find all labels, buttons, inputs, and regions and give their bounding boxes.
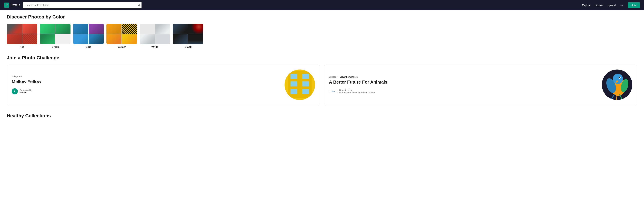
navbar-logo[interactable]: P Pexels <box>4 2 20 8</box>
license-link[interactable]: License <box>595 4 604 6</box>
white-cell-1 <box>140 24 155 34</box>
healthy-collections-title: Healthy Collections <box>7 113 637 118</box>
color-mosaic-blue <box>73 24 104 44</box>
upload-link[interactable]: Upload <box>608 4 616 6</box>
black-cell-3 <box>173 34 188 44</box>
photo-challenge-section: Join a Photo Challenge 7 days left Mello… <box>7 55 637 105</box>
yellow-cell-4 <box>122 34 137 44</box>
yellow-cell-3 <box>106 34 122 44</box>
challenge-section-title: Join a Photo Challenge <box>7 55 637 60</box>
svg-rect-5 <box>302 74 309 79</box>
building-illustration <box>284 70 315 100</box>
color-mosaic-red <box>7 24 37 44</box>
challenge-meta-better-future: Expired — View the winners <box>329 76 598 78</box>
color-item-white[interactable]: White <box>140 24 170 48</box>
navbar-links: Explore License Upload ··· Join <box>582 2 640 8</box>
svg-rect-8 <box>290 89 297 94</box>
svg-line-1 <box>139 6 140 6</box>
search-icon <box>138 4 140 6</box>
green-cell-2 <box>56 24 70 34</box>
challenge-organizer-mellow-yellow: P Organized by Pexels <box>12 88 280 94</box>
challenge-organizer-ifaw: ifaw Organized by International Fund for… <box>329 89 598 94</box>
color-mosaic-green <box>40 24 70 44</box>
color-mosaic-white <box>140 24 170 44</box>
blue-cell-2 <box>89 24 104 34</box>
more-button[interactable]: ··· <box>620 3 624 7</box>
black-cell-2 <box>188 24 203 34</box>
organizer-text-pexels: Organized by Pexels <box>20 89 32 94</box>
white-cell-2 <box>155 24 170 34</box>
color-mosaic-yellow <box>106 24 137 44</box>
search-button[interactable] <box>138 4 140 7</box>
organizer-logo-pexels: P <box>12 88 18 94</box>
brand-name: Pexels <box>10 4 20 7</box>
red-cell-3 <box>7 34 22 44</box>
svg-point-14 <box>613 74 623 84</box>
color-grid: Red Green Blue <box>7 24 637 48</box>
challenge-info-mellow-yellow: 7 days left Mellow Yellow P Organized by… <box>12 75 280 94</box>
challenge-card-mellow-yellow[interactable]: 7 days left Mellow Yellow P Organized by… <box>7 64 320 105</box>
color-item-green[interactable]: Green <box>40 24 70 48</box>
challenge-card-better-future[interactable]: Expired — View the winners A Better Futu… <box>324 64 637 105</box>
challenge-info-better-future: Expired — View the winners A Better Futu… <box>329 76 598 94</box>
blue-cell-3 <box>73 34 88 44</box>
red-cell-2 <box>22 24 37 34</box>
black-cell-4 <box>188 34 203 44</box>
challenges-grid: 7 days left Mellow Yellow P Organized by… <box>7 64 637 105</box>
red-cell-4 <box>22 34 37 44</box>
challenge-title-mellow-yellow: Mellow Yellow <box>12 79 280 84</box>
red-cell-1 <box>7 24 22 34</box>
color-item-blue[interactable]: Blue <box>73 24 104 48</box>
svg-rect-4 <box>290 74 297 79</box>
search-input[interactable] <box>23 2 142 8</box>
color-mosaic-black <box>173 24 203 44</box>
green-cell-4 <box>56 34 70 44</box>
yellow-cell-1 <box>106 24 122 34</box>
search-bar <box>23 2 142 8</box>
yellow-cell-2 <box>122 24 137 34</box>
parrot-illustration <box>602 70 632 100</box>
color-item-red[interactable]: Red <box>7 24 37 48</box>
discover-title: Discover Photos by Color <box>7 14 637 20</box>
svg-rect-6 <box>290 81 297 86</box>
svg-point-0 <box>138 4 140 6</box>
color-label-red: Red <box>20 46 24 48</box>
color-label-green: Green <box>52 46 59 48</box>
white-cell-4 <box>155 34 170 44</box>
svg-point-16 <box>619 77 620 78</box>
navbar: P Pexels Explore License Upload ··· Join <box>0 0 644 10</box>
view-winners-link[interactable]: View the winners <box>340 76 358 78</box>
challenge-title-better-future: A Better Future For Animals <box>329 80 598 85</box>
white-cell-3 <box>140 34 155 44</box>
explore-link[interactable]: Explore <box>582 4 590 6</box>
color-label-blue: Blue <box>86 46 91 48</box>
black-cell-1 <box>173 24 188 34</box>
color-item-yellow[interactable]: Yellow <box>106 24 137 48</box>
blue-cell-4 <box>89 34 104 44</box>
color-label-white: White <box>152 46 158 48</box>
svg-rect-9 <box>302 89 309 94</box>
svg-rect-7 <box>302 81 309 86</box>
green-cell-3 <box>40 34 55 44</box>
challenge-meta-mellow-yellow: 7 days left <box>12 75 280 78</box>
organizer-logo-ifaw: ifaw <box>329 90 338 93</box>
blue-cell-1 <box>73 24 88 34</box>
color-label-black: Black <box>185 46 192 48</box>
color-label-yellow: Yellow <box>118 46 126 48</box>
green-cell-1 <box>40 24 55 34</box>
organizer-text-ifaw: Organized by International Fund for Anim… <box>339 89 376 94</box>
main-content: Discover Photos by Color Red <box>0 10 644 129</box>
challenge-image-better-future <box>602 70 632 100</box>
discover-section: Discover Photos by Color Red <box>7 14 637 48</box>
pexels-logo-icon: P <box>4 2 9 8</box>
color-item-black[interactable]: Black <box>173 24 203 48</box>
challenge-image-mellow-yellow <box>284 70 315 100</box>
join-button[interactable]: Join <box>628 2 640 8</box>
challenge-days-left: 7 days left <box>12 75 22 78</box>
healthy-collections-section: Healthy Collections <box>7 113 637 118</box>
